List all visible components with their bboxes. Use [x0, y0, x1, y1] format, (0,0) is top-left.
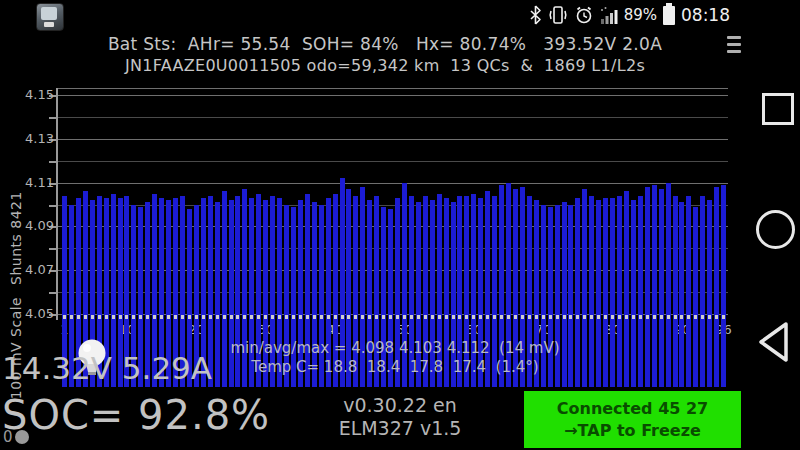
x-tick — [292, 315, 295, 319]
x-tick — [493, 315, 496, 319]
back-button[interactable] — [754, 320, 792, 364]
x-tick — [438, 315, 441, 319]
x-tick — [299, 315, 302, 319]
x-tick — [243, 315, 246, 319]
clock-time: 08:18 — [681, 5, 730, 25]
x-tick — [313, 315, 316, 319]
x-tick — [632, 315, 635, 319]
recents-button[interactable] — [762, 93, 794, 125]
gridline-major — [57, 95, 728, 96]
x-tick — [139, 315, 142, 319]
x-tick — [334, 315, 337, 319]
x-tick — [465, 315, 468, 319]
x-tick — [202, 315, 205, 319]
page-indicator-number: 0 — [3, 428, 13, 446]
x-tick — [701, 315, 704, 319]
x-tick — [403, 315, 406, 319]
x-tick — [667, 315, 670, 319]
x-tick — [521, 315, 524, 319]
x-tick — [209, 315, 212, 319]
x-tick — [528, 315, 531, 319]
app-version: v0.30.22 en — [300, 394, 500, 417]
x-tick — [611, 315, 614, 319]
y-tick — [49, 161, 58, 163]
y-tick-label: 4.07 — [18, 262, 54, 277]
x-tick — [327, 315, 330, 319]
x-tick — [715, 315, 718, 319]
soc-value: SOC= 92.8% — [2, 392, 270, 438]
x-tick — [639, 315, 642, 319]
x-tick — [410, 315, 413, 319]
x-tick — [84, 315, 87, 319]
vin-odometer-line: JN1FAAZE0U0011505 odo=59,342 km 13 QCs &… — [20, 56, 750, 75]
voltage-bar — [645, 187, 650, 387]
voltage-bar — [714, 187, 719, 387]
y-tick — [49, 292, 58, 294]
x-tick — [653, 315, 656, 319]
x-tick — [382, 315, 385, 319]
x-tick — [396, 315, 399, 319]
x-tick — [341, 315, 344, 319]
x-tick — [486, 315, 489, 319]
x-tick — [125, 315, 128, 319]
x-tick — [694, 315, 697, 319]
home-button[interactable] — [756, 210, 795, 249]
x-tick — [458, 315, 461, 319]
x-tick — [479, 315, 482, 319]
app-icon-image-base — [44, 22, 54, 27]
y-tick-label: 4.15 — [18, 87, 54, 102]
freeze-button[interactable]: Connected 45 27 →TAP to Freeze — [524, 391, 741, 448]
x-tick — [91, 315, 94, 319]
x-tick — [119, 315, 122, 319]
x-tick — [708, 315, 711, 319]
chart-top-frame — [57, 88, 728, 89]
status-icons: 89% 08:18 — [529, 3, 730, 27]
x-tick — [590, 315, 593, 319]
x-tick — [431, 315, 434, 319]
x-tick — [160, 315, 163, 319]
x-tick — [583, 315, 586, 319]
x-tick — [257, 315, 260, 319]
x-tick — [687, 315, 690, 319]
adapter-version: ELM327 v1.5 — [300, 417, 500, 440]
battery-icon — [663, 6, 675, 25]
x-tick — [230, 315, 233, 319]
x-tick — [514, 315, 517, 319]
x-tick — [445, 315, 448, 319]
x-tick — [271, 315, 274, 319]
x-tick — [77, 315, 80, 319]
x-tick — [569, 315, 572, 319]
battery-percent: 89% — [624, 6, 657, 24]
y-tick — [49, 205, 58, 207]
x-tick — [618, 315, 621, 319]
freeze-button-status: Connected 45 27 — [557, 398, 708, 420]
x-tick — [105, 315, 108, 319]
hamburger-menu-icon[interactable] — [727, 36, 742, 54]
x-tick — [660, 315, 663, 319]
x-tick — [472, 315, 475, 319]
x-tick — [132, 315, 135, 319]
x-tick — [549, 315, 552, 319]
x-tick — [680, 315, 683, 319]
x-tick — [354, 315, 357, 319]
version-block: v0.30.22 en ELM327 v1.5 — [300, 394, 500, 440]
x-tick — [361, 315, 364, 319]
battery-status-line: Bat Sts: AHr= 55.54 SOH= 84% Hx= 80.74% … — [20, 34, 750, 54]
x-tick — [70, 315, 73, 319]
page-indicator-dot-icon — [15, 430, 29, 444]
x-tick — [195, 315, 198, 319]
x-tick — [576, 315, 579, 319]
x-tick — [417, 315, 420, 319]
x-tick — [223, 315, 226, 319]
gridline-major — [57, 183, 728, 184]
alarm-clock-icon — [574, 5, 594, 25]
x-tick — [563, 315, 566, 319]
x-tick — [535, 315, 538, 319]
vibrate-icon — [548, 5, 568, 25]
x-tick — [674, 315, 677, 319]
y-axis-line — [56, 88, 58, 320]
x-tick — [285, 315, 288, 319]
x-tick — [250, 315, 253, 319]
page-indicator: 0 — [3, 428, 29, 446]
x-tick — [556, 315, 559, 319]
